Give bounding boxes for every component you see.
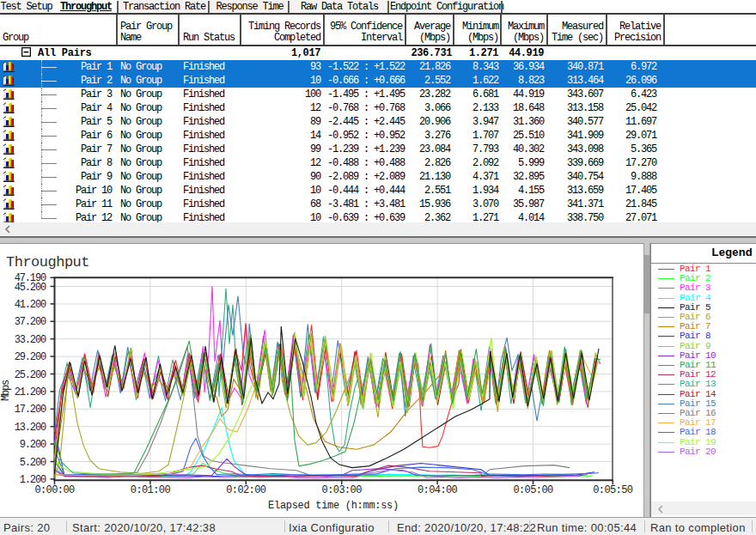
svg-text:17.200: 17.200 — [15, 404, 46, 416]
svg-text:0:01:00: 0:01:00 — [131, 484, 171, 496]
svg-text:25.200: 25.200 — [15, 369, 46, 381]
svg-text:Throughput: Throughput — [6, 254, 89, 271]
svg-text:9.200: 9.200 — [20, 439, 46, 451]
svg-text:13.200: 13.200 — [15, 422, 46, 434]
svg-text:0:05:50: 0:05:50 — [593, 484, 633, 496]
svg-text:45.200: 45.200 — [15, 282, 46, 294]
svg-text:33.200: 33.200 — [15, 334, 46, 346]
svg-text:Mbps: Mbps — [0, 380, 12, 401]
svg-text:37.200: 37.200 — [15, 316, 46, 328]
svg-text:0:02:00: 0:02:00 — [226, 484, 266, 496]
svg-text:5.200: 5.200 — [20, 457, 46, 469]
svg-text:21.200: 21.200 — [15, 386, 46, 398]
svg-text:41.200: 41.200 — [15, 299, 46, 311]
svg-text:29.200: 29.200 — [15, 351, 46, 363]
svg-text:0:05:00: 0:05:00 — [513, 484, 553, 496]
svg-text:0:00:00: 0:00:00 — [34, 484, 75, 496]
svg-text:Elapsed time (h:mm:ss): Elapsed time (h:mm:ss) — [268, 500, 399, 512]
svg-text:0:03:00: 0:03:00 — [322, 484, 363, 496]
svg-text:0:04:00: 0:04:00 — [418, 484, 458, 496]
